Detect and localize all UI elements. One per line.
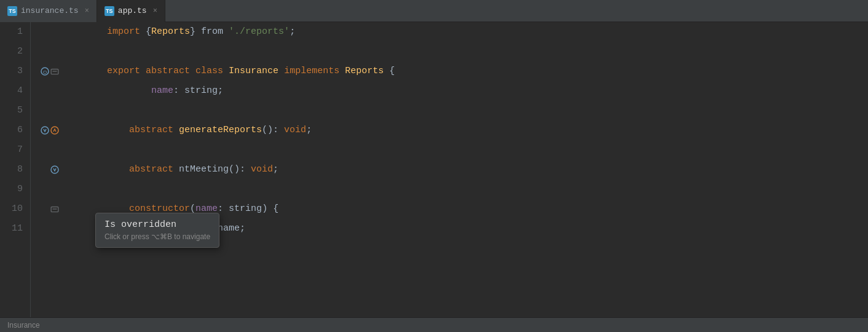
override-icon-8[interactable] [50,165,59,174]
svg-point-6 [51,166,58,173]
line-num-11: 11 [0,219,23,239]
tooltip-hint: Click or press ⌥⌘B to navigate [105,232,210,241]
override-class-icon[interactable]: O [41,67,49,76]
line-num-5: 5 [0,101,23,121]
svg-text:O: O [43,69,47,75]
editor: 1 2 3 4 5 6 7 8 9 10 11 import {Reports}… [0,22,868,317]
collapse-icon[interactable] [50,67,59,76]
tab-close-app[interactable]: × [153,7,157,15]
line-num-1: 1 [0,22,23,42]
code-line-8: abstract ntMeeting(): void; [31,160,868,180]
line-num-9: 9 [0,180,23,199]
tab-bar: TS insurance.ts × TS app.ts × [0,0,868,22]
tooltip-title: Is overridden [105,219,210,230]
override-down-icon[interactable] [41,126,49,135]
override-up-icon[interactable] [50,126,59,135]
tab-icon-app: TS [105,6,114,16]
token-import: import [107,26,140,37]
code-line-1: import {Reports} from './reports'; [31,22,868,42]
tooltip[interactable]: Is overridden Click or press ⌥⌘B to navi… [95,213,219,248]
tab-insurance[interactable]: TS insurance.ts × [0,0,97,22]
status-bar: Insurance [0,317,868,332]
line-numbers: 1 2 3 4 5 6 7 8 9 10 11 [0,22,31,317]
tab-label-insurance: insurance.ts [21,6,79,15]
line-num-3: 3 [0,61,23,81]
line-num-8: 8 [0,160,23,180]
svg-point-4 [41,127,49,134]
tab-icon-insurance: TS [7,6,17,16]
code-area[interactable]: import {Reports} from './reports'; O [31,22,868,317]
tab-close-insurance[interactable]: × [85,7,89,15]
code-line-6: abstract generateReports(): void; [31,121,868,140]
gutter-3[interactable]: O [41,67,63,76]
svg-point-5 [51,127,58,134]
code-line-4: name: string; [31,81,868,101]
tab-label-app: app.ts [118,6,147,15]
line-num-10: 10 [0,199,23,219]
gutter-6[interactable] [41,126,63,135]
tab-app[interactable]: TS app.ts × [97,0,165,22]
gutter-10[interactable] [41,205,63,213]
line-num-4: 4 [0,81,23,101]
gutter-8[interactable] [41,165,63,174]
line-num-6: 6 [0,121,23,140]
line-num-2: 2 [0,42,23,61]
status-text: Insurance [7,321,40,330]
line-num-7: 7 [0,140,23,160]
constructor-icon[interactable] [50,205,59,213]
